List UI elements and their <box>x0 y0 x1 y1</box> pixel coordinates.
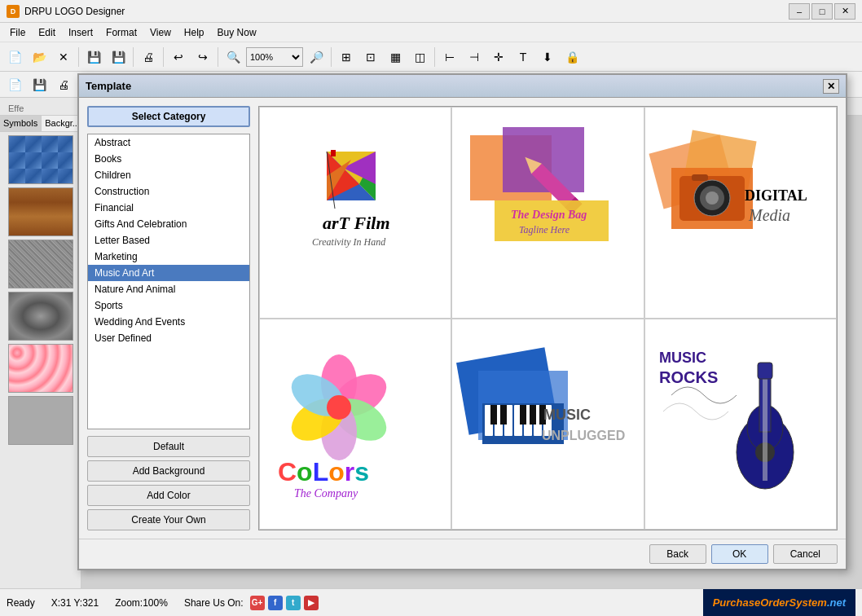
template-colors[interactable]: CoLors The Company <box>259 319 451 530</box>
menu-file[interactable]: File <box>3 25 32 40</box>
toolbar-separator-1 <box>78 47 79 67</box>
category-wedding[interactable]: Wedding And Events <box>88 314 249 330</box>
maximize-button[interactable]: □ <box>811 3 833 20</box>
template-art-film[interactable]: arT Film Creativity In Hand <box>259 107 451 319</box>
facebook-icon[interactable]: f <box>268 596 283 610</box>
grid-button[interactable]: ⊞ <box>335 46 358 68</box>
youtube-icon[interactable]: ▶ <box>304 596 319 610</box>
category-financial[interactable]: Financial <box>88 200 249 216</box>
category-letter[interactable]: Letter Based <box>88 232 249 249</box>
tb2-btn3[interactable]: 🖨 <box>52 73 75 96</box>
back-button[interactable]: Back <box>649 544 706 564</box>
save-button[interactable]: 💾 <box>82 46 105 68</box>
category-music-art[interactable]: Music And Art <box>88 265 249 281</box>
minimize-button[interactable]: – <box>789 3 810 20</box>
cancel-button[interactable]: Cancel <box>773 544 838 564</box>
undo-button[interactable]: ↩ <box>167 46 190 68</box>
app-icon: D <box>7 5 20 18</box>
category-books[interactable]: Books <box>88 151 249 167</box>
menu-bar: File Edit Insert Format View Help Buy No… <box>0 23 862 42</box>
category-children[interactable]: Children <box>88 167 249 183</box>
print-button[interactable]: 🖨 <box>137 46 160 68</box>
svg-text:MUSIC: MUSIC <box>543 407 591 423</box>
dialog-titlebar: Template ✕ <box>79 75 846 98</box>
ok-button[interactable]: OK <box>711 544 768 564</box>
text-button[interactable]: T <box>512 46 534 68</box>
download-button[interactable]: ⬇ <box>536 46 559 68</box>
title-bar: D DRPU LOGO Designer – □ ✕ <box>0 0 862 23</box>
tab-symbols[interactable]: Symbols <box>0 116 42 131</box>
twitter-icon[interactable]: t <box>286 596 301 610</box>
menu-insert[interactable]: Insert <box>62 25 99 40</box>
swatch-grey-texture[interactable] <box>8 240 73 288</box>
template-digital-media[interactable]: DIGITAL Media <box>644 107 837 319</box>
menu-edit[interactable]: Edit <box>32 25 62 40</box>
redo-button[interactable]: ↪ <box>191 46 214 68</box>
template-music-unplugged[interactable]: MUSIC UNPLUGGED <box>451 319 644 530</box>
svg-text:arT Film: arT Film <box>323 213 390 233</box>
toolbar-separator-2 <box>133 47 134 67</box>
status-ready: Ready <box>7 597 35 609</box>
open-button[interactable]: 📂 <box>28 46 51 68</box>
table-button[interactable]: ▦ <box>384 46 407 68</box>
select-category-button[interactable]: Select Category <box>87 106 250 127</box>
center-icon[interactable]: ✛ <box>487 46 510 68</box>
category-gifts[interactable]: Gifts And Celebration <box>88 216 249 232</box>
svg-point-24 <box>706 191 719 205</box>
save-as-button[interactable]: 💾 <box>107 46 130 68</box>
swatch-grey-swirl[interactable] <box>8 292 73 341</box>
tb2-btn2[interactable]: 💾 <box>28 73 51 96</box>
svg-text:MUSIC: MUSIC <box>659 350 706 366</box>
app-title: DRPU LOGO Designer <box>24 6 789 17</box>
add-color-button[interactable]: Add Color <box>87 485 250 506</box>
category-user-defined[interactable]: User Defined <box>88 330 249 346</box>
category-nature[interactable]: Nature And Animal <box>88 281 249 297</box>
category-construction[interactable]: Construction <box>88 183 249 200</box>
dialog-bottom-buttons: Back OK Cancel <box>79 539 846 569</box>
category-marketing[interactable]: Marketing <box>88 249 249 265</box>
menu-buynow[interactable]: Buy Now <box>211 25 263 40</box>
status-coordinates: X:31 Y:321 <box>51 597 99 609</box>
effects-label: Effe <box>3 102 29 115</box>
google-icon[interactable]: G+ <box>250 596 265 610</box>
zoom-select[interactable]: 100% 75% 150% 200% <box>246 47 303 67</box>
swatch-wood[interactable] <box>8 187 73 236</box>
align-left[interactable]: ⊢ <box>438 46 461 68</box>
toolbar-separator-6 <box>434 47 435 67</box>
brand-banner[interactable]: PurchaseOrderSystem.net <box>703 589 855 617</box>
add-background-button[interactable]: Add Background <box>87 460 250 482</box>
swatch-blue[interactable] <box>8 135 73 184</box>
brand-tld: .net <box>827 596 846 609</box>
svg-text:The Company: The Company <box>294 487 358 499</box>
menu-format[interactable]: Format <box>99 25 143 40</box>
swatch-pink-floral[interactable] <box>8 344 73 393</box>
svg-text:Media: Media <box>748 206 790 224</box>
social-icons: G+ f t ▶ <box>250 596 319 610</box>
default-button[interactable]: Default <box>87 436 250 457</box>
category-sports[interactable]: Sports <box>88 297 249 314</box>
close-file-button[interactable]: ✕ <box>52 46 75 68</box>
dialog-close-button[interactable]: ✕ <box>823 79 839 94</box>
sidebar-tabs: Symbols Backgr... <box>0 116 81 132</box>
left-sidebar: Symbols Backgr... <box>0 116 81 588</box>
svg-point-34 <box>327 395 351 420</box>
template-music-rocks[interactable]: MUSIC ROCKS <box>644 319 837 530</box>
menu-help[interactable]: Help <box>178 25 211 40</box>
svg-text:CoLors: CoLors <box>278 457 369 486</box>
category-abstract[interactable]: Abstract <box>88 134 249 151</box>
toolbar-extra1[interactable]: ◫ <box>408 46 431 68</box>
lock-button[interactable]: 🔒 <box>561 46 583 68</box>
svg-text:DIGITAL: DIGITAL <box>745 187 807 204</box>
menu-view[interactable]: View <box>143 25 178 40</box>
new-button[interactable]: 📄 <box>3 46 26 68</box>
template-design-bag[interactable]: The Design Bag Tagline Here <box>451 107 644 319</box>
align-right[interactable]: ⊣ <box>463 46 486 68</box>
zoom-out-button[interactable]: 🔎 <box>305 46 328 68</box>
swatch-grey-box[interactable] <box>8 396 73 445</box>
create-your-own-button[interactable]: Create Your Own <box>87 509 250 530</box>
grid2-button[interactable]: ⊡ <box>359 46 382 68</box>
close-button[interactable]: ✕ <box>834 3 855 20</box>
tb2-btn1[interactable]: 📄 <box>3 73 26 96</box>
share-label: Share Us On: <box>184 597 244 609</box>
zoom-in-button[interactable]: 🔍 <box>222 46 244 68</box>
